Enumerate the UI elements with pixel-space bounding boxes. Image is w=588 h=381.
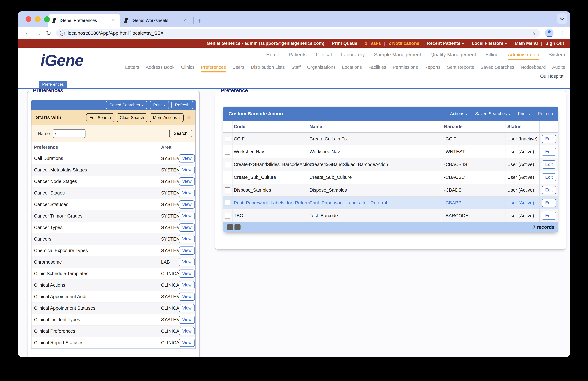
edit-button[interactable]: Edit — [542, 148, 556, 156]
nav-permissions[interactable]: Permissions — [393, 65, 418, 70]
nav-quality-management[interactable]: Quality Management — [430, 52, 476, 58]
edit-button[interactable]: Edit — [542, 212, 556, 220]
close-tab-icon[interactable]: ✕ — [110, 18, 116, 24]
row-checkbox[interactable] — [225, 200, 231, 206]
row-checkbox[interactable] — [225, 136, 231, 142]
barcode-code[interactable]: Print_Paperwork_Labels_for_Referral — [232, 197, 307, 209]
barcode-name[interactable]: Print_Paperwork_Labels_for_Referral — [307, 197, 442, 209]
nav-distribution-lists[interactable]: Distribution Lists — [251, 65, 285, 70]
view-button[interactable]: View — [179, 315, 195, 324]
view-button[interactable]: View — [179, 154, 195, 162]
nav-laboratory[interactable]: Laboratory — [341, 52, 365, 58]
saved-searches-menu[interactable]: Saved Searches▼ — [475, 111, 510, 116]
row-checkbox[interactable] — [225, 175, 231, 180]
row-checkbox[interactable] — [225, 187, 231, 193]
nav-locations[interactable]: Locations — [342, 65, 362, 70]
view-button[interactable]: View — [179, 304, 195, 312]
nav-organisations[interactable]: Organisations — [307, 65, 336, 70]
view-button[interactable]: View — [179, 247, 195, 255]
minimize-window-button[interactable] — [35, 16, 41, 22]
close-filter-icon[interactable]: ✕ — [187, 114, 191, 121]
nav-facilities[interactable]: Facilities — [368, 65, 386, 70]
row-checkbox[interactable] — [225, 213, 231, 219]
saved-searches-button[interactable]: Saved Searches▼ — [106, 101, 147, 109]
nav-letters[interactable]: Letters — [125, 65, 139, 70]
browser-menu-button[interactable]: ⋮ — [558, 30, 566, 37]
tab-overflow-button[interactable] — [557, 13, 567, 24]
new-tab-button[interactable]: + — [197, 17, 201, 24]
edit-button[interactable]: Edit — [542, 186, 556, 194]
view-button[interactable]: View — [179, 235, 195, 243]
view-button[interactable]: View — [179, 281, 195, 289]
add-record-button[interactable]: + — [227, 224, 233, 230]
view-button[interactable]: View — [179, 212, 195, 220]
nav-address-book[interactable]: Address Book — [146, 65, 175, 70]
close-tab-icon[interactable]: ✕ — [182, 18, 188, 24]
notifications-link[interactable]: 2 Notifications — [388, 41, 419, 46]
edit-search-button[interactable]: Edit Search — [86, 113, 114, 122]
browser-tab-worksheets[interactable]: iGene: Worksheets ✕ — [120, 14, 192, 27]
main-menu-link[interactable]: Main Menu — [515, 41, 538, 46]
view-button[interactable]: View — [179, 269, 195, 278]
nav-audits[interactable]: Audits — [552, 65, 565, 70]
nav-sample-management[interactable]: Sample Management — [374, 52, 421, 58]
nav-administration[interactable]: Administration — [508, 52, 539, 58]
remove-record-button[interactable]: − — [234, 224, 241, 230]
nav-staff[interactable]: Staff — [291, 65, 301, 70]
nav-home[interactable]: Home — [266, 52, 279, 58]
nav-preferences[interactable]: Preferences — [201, 65, 226, 70]
tasks-link[interactable]: 2 Tasks — [365, 41, 381, 46]
edit-button[interactable]: Edit — [542, 199, 556, 207]
more-actions-button[interactable]: More Actions▼ — [150, 113, 183, 122]
view-button[interactable]: View — [179, 292, 195, 301]
reload-button[interactable]: ↻ — [46, 30, 51, 36]
edit-button[interactable]: Edit — [542, 135, 556, 143]
print-button[interactable]: Print▼ — [150, 101, 169, 109]
view-button[interactable]: View — [179, 177, 195, 185]
view-button[interactable]: View — [179, 339, 195, 347]
view-button[interactable]: View — [179, 327, 195, 335]
sign-out-link[interactable]: Sign Out — [545, 41, 564, 46]
refresh-link[interactable]: Refresh — [538, 111, 553, 116]
close-window-button[interactable] — [25, 16, 31, 22]
view-button[interactable]: View — [179, 258, 195, 266]
nav-noticeboard[interactable]: Noticeboard — [521, 65, 546, 70]
browser-tab-preferences[interactable]: iGene: Preferences ✕ — [48, 14, 120, 27]
ou-hospital-link[interactable]: Hospital — [547, 74, 564, 79]
forward-button[interactable]: → — [35, 30, 41, 36]
row-checkbox[interactable] — [225, 162, 231, 167]
bookmark-star-icon[interactable]: ☆ — [531, 30, 536, 36]
name-input[interactable] — [53, 129, 85, 138]
nav-system[interactable]: System — [548, 52, 565, 58]
refresh-button[interactable]: Refresh — [171, 101, 193, 109]
view-button[interactable]: View — [179, 201, 195, 209]
address-bar[interactable]: i localhost:8080/App/App.html?locale=sv_… — [56, 29, 540, 38]
print-menu[interactable]: Print▼ — [518, 111, 530, 116]
nav-patients[interactable]: Patients — [289, 52, 307, 58]
actions-menu[interactable]: Actions▼ — [450, 111, 468, 116]
nav-sent-reports[interactable]: Sent Reports — [447, 65, 474, 70]
nav-reports[interactable]: Reports — [424, 65, 441, 70]
view-button[interactable]: View — [179, 166, 195, 174]
nav-clinical[interactable]: Clinical — [316, 52, 332, 58]
edit-button[interactable]: Edit — [542, 160, 556, 169]
view-button[interactable]: View — [179, 189, 195, 197]
page-tab-preferences[interactable]: Preferences — [39, 81, 67, 88]
nav-clinics[interactable]: Clinics — [181, 65, 194, 70]
local-filestore-menu[interactable]: Local Filestore▼ — [472, 41, 507, 46]
recent-patients-menu[interactable]: Recent Patients▼ — [427, 41, 464, 46]
row-checkbox[interactable] — [225, 149, 231, 155]
print-queue-link[interactable]: Print Queue — [332, 41, 357, 46]
edit-button[interactable]: Edit — [542, 173, 556, 181]
select-all-checkbox[interactable] — [225, 124, 231, 129]
nav-saved-searches[interactable]: Saved Searches — [480, 65, 514, 70]
nav-billing[interactable]: Billing — [485, 52, 499, 58]
back-button[interactable]: ← — [24, 30, 30, 36]
page-info-icon[interactable]: i — [60, 31, 65, 36]
zoom-window-button[interactable] — [44, 16, 50, 22]
search-button[interactable]: Search — [169, 129, 192, 138]
profile-button[interactable] — [545, 29, 553, 37]
nav-users[interactable]: Users — [232, 65, 245, 70]
view-button[interactable]: View — [179, 224, 195, 232]
clear-search-button[interactable]: Clear Search — [117, 113, 147, 122]
